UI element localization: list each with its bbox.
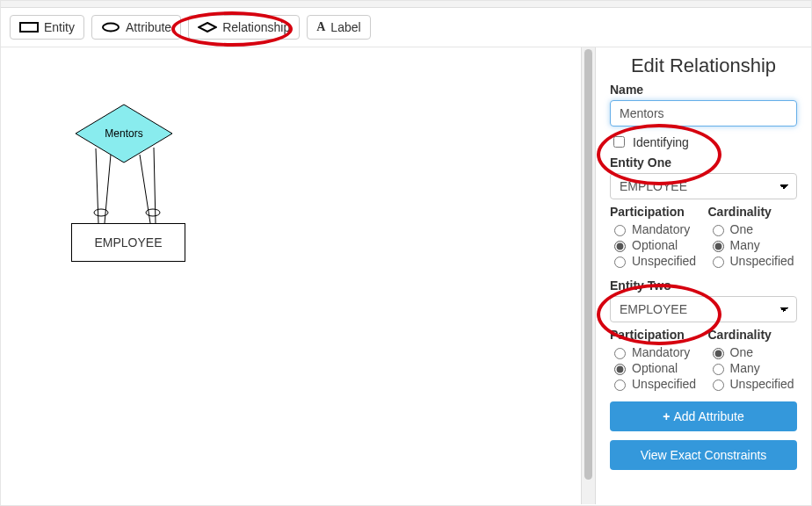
entity-tool-label: Entity [44, 20, 75, 34]
label-tool-button[interactable]: A Label [307, 15, 370, 40]
cardinality-header-1: Cardinality [708, 205, 798, 219]
e1-card-one-radio[interactable] [713, 225, 724, 236]
svg-marker-2 [199, 23, 216, 32]
entity-icon [19, 22, 39, 33]
e2-part-mandatory-radio[interactable] [614, 348, 626, 359]
label-tool-label: Label [330, 20, 360, 34]
relationship-tool-label: Relationship [222, 20, 290, 34]
canvas-scrollbar[interactable] [581, 47, 595, 504]
svg-line-4 [96, 148, 98, 223]
entity-two-select[interactable]: EMPLOYEE [610, 296, 797, 322]
e1-card-many-radio[interactable] [713, 241, 724, 252]
participation-header-1: Participation [610, 205, 700, 219]
svg-point-1 [103, 24, 119, 32]
svg-line-7 [140, 155, 150, 223]
relationship-icon [198, 22, 217, 33]
entity-tool-button[interactable]: Entity [10, 15, 84, 40]
scrollbar-thumb[interactable] [584, 49, 592, 480]
panel-title: Edit Relationship [610, 54, 797, 77]
e2-card-many-radio[interactable] [713, 364, 724, 375]
attribute-icon [101, 22, 120, 33]
entity-one-label: Entity One [610, 155, 797, 170]
e1-part-mandatory-radio[interactable] [614, 225, 626, 236]
entity-two-label: Entity Two [610, 278, 797, 293]
relationship-tool-button[interactable]: Relationship [188, 15, 300, 40]
identifying-checkbox[interactable] [613, 136, 625, 148]
label-icon: A [316, 20, 325, 34]
name-label: Name [610, 83, 797, 97]
entity-one-select[interactable]: EMPLOYEE [610, 173, 797, 199]
e1-card-unspecified-radio[interactable] [713, 257, 724, 268]
name-input[interactable] [610, 100, 797, 126]
plus-icon: + [663, 409, 670, 423]
cardinality-header-2: Cardinality [708, 328, 798, 342]
entity-node[interactable]: EMPLOYEE [71, 223, 185, 262]
attribute-tool-button[interactable]: Attribute [91, 15, 181, 40]
relationship-node-label: Mentors [105, 127, 142, 140]
canvas[interactable]: Mentors EMPLOYEE [1, 47, 581, 504]
window-titlebar [1, 1, 811, 8]
e2-part-unspecified-radio[interactable] [614, 380, 626, 391]
e2-part-optional-radio[interactable] [614, 364, 626, 375]
attribute-tool-label: Attribute [126, 20, 171, 34]
view-constraints-button[interactable]: View Exact Constraints [610, 440, 797, 470]
svg-point-8 [94, 209, 108, 216]
svg-rect-0 [20, 23, 38, 32]
add-attribute-button[interactable]: +Add Attribute [610, 401, 797, 431]
toolbar: Entity Attribute Relationship A Label [1, 8, 811, 47]
svg-line-6 [154, 148, 156, 223]
participation-header-2: Participation [610, 328, 700, 342]
entity-node-label: EMPLOYEE [94, 235, 162, 249]
e2-card-one-radio[interactable] [713, 348, 724, 359]
e1-part-unspecified-radio[interactable] [614, 257, 626, 268]
e1-part-optional-radio[interactable] [614, 241, 626, 252]
svg-point-9 [146, 209, 160, 216]
e2-card-unspecified-radio[interactable] [713, 380, 724, 391]
identifying-label: Identifying [633, 135, 689, 149]
properties-panel: Edit Relationship Name Identifying Entit… [595, 47, 811, 504]
